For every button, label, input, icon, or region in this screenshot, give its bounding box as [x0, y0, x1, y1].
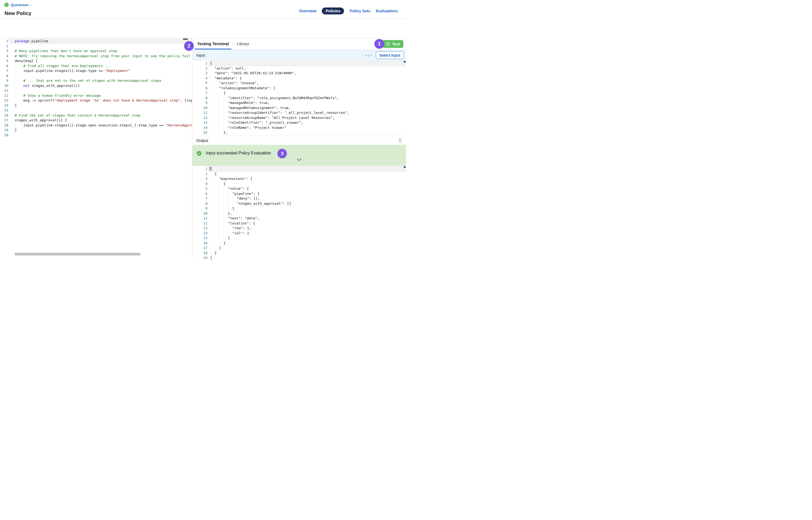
code-line[interactable]: 15}, [193, 130, 406, 135]
code-view-icon[interactable]: </> [365, 53, 372, 57]
code-line[interactable]: 19] [193, 256, 406, 260]
code-line[interactable]: 8 [0, 74, 192, 79]
code-line[interactable]: 9"managedRole": true, [193, 101, 406, 106]
code-line[interactable]: 8"identifier": "role_assignment_NsFQM43R… [193, 96, 406, 101]
breadcrumb-link-quickstart[interactable]: Quickstart [11, 3, 29, 7]
nav-item-evaluations[interactable]: Evaluations [376, 9, 398, 13]
rego-editor[interactable]: 1package pipeline23# Deny pipelines that… [0, 38, 192, 250]
tab-library[interactable]: Library [234, 38, 252, 49]
line-number: 4 [193, 76, 208, 81]
code-line[interactable]: 11"resourceGroupIdentifier": "_all_proje… [193, 110, 406, 115]
test-button[interactable]: Test [382, 40, 403, 48]
line-content [9, 88, 192, 93]
code-line[interactable]: 19} [0, 128, 192, 133]
code-line[interactable]: 15} [193, 236, 406, 241]
nav-item-policy-sets[interactable]: Policy Sets [350, 9, 370, 13]
code-line[interactable]: 4{ [193, 181, 406, 186]
line-content [9, 108, 192, 113]
code-line[interactable]: 17] [193, 245, 406, 251]
line-content: # Find all stages that are Deployments .… [9, 63, 192, 69]
code-line[interactable]: 18input.pipeline.stages[i].stage.spec.ex… [0, 123, 192, 128]
code-line[interactable]: 7"deny": [], [193, 196, 406, 201]
line-number: 13 [0, 98, 9, 103]
code-line[interactable]: 2"action": null, [193, 66, 406, 71]
code-line[interactable]: 14} [0, 103, 192, 108]
code-line[interactable]: 13msg := sprintf("deployment stage '%s' … [0, 98, 192, 103]
code-line[interactable]: 9# ... that are not in the set of stages… [0, 78, 192, 83]
nav-item-overview[interactable]: Overview [299, 9, 316, 13]
line-number: 8 [193, 96, 208, 101]
code-line[interactable]: 3"date": "2022-05-05T20:41:23.538+0000", [193, 71, 406, 76]
line-content: { [208, 90, 406, 96]
code-line[interactable]: 18} [193, 251, 406, 256]
code-line[interactable]: 5deny[msg] { [0, 58, 192, 63]
code-line[interactable]: 4"metadata": { [193, 76, 406, 81]
input-json-editor[interactable]: 1{2"action": null,3"date": "2022-05-05T2… [193, 61, 406, 136]
indent-guide [214, 231, 219, 236]
code-line[interactable]: 10}, [193, 211, 406, 216]
code-line[interactable]: 10not stages_with_approval[i] [0, 83, 192, 88]
line-content: # Show a human-friendly error message [9, 93, 192, 98]
code-line[interactable]: 16# Find the set of stages that contain … [0, 113, 192, 118]
output-section: Output Input succeeded Policy Evaluation… [193, 136, 406, 260]
code-line[interactable]: 2{ [193, 172, 406, 177]
line-content: # NOTE: Try removing the HarnessApproval… [9, 54, 192, 59]
code-line[interactable]: 1[ [193, 166, 406, 172]
code-line[interactable]: 12# Show a human-friendly error message [0, 93, 192, 98]
code-line[interactable]: 12"resourceGroupName": "All Project Leve… [193, 115, 406, 121]
code-line[interactable]: 13"row": 1, [193, 226, 406, 231]
indent-guide [224, 115, 228, 121]
indent-guide [224, 216, 228, 221]
indent-guide [224, 236, 228, 241]
indent-guide [210, 221, 214, 226]
code-line[interactable]: 7input.pipeline.stages[i].stage.type == … [0, 69, 192, 74]
code-line[interactable]: 11"text": "data", [193, 216, 406, 221]
code-line[interactable]: 3# Deny pipelines that don't have an app… [0, 49, 192, 54]
select-input-button[interactable]: Select Input [376, 51, 404, 59]
code-line[interactable]: 17stages_with_approval[i] { [0, 118, 192, 123]
line-number: 18 [0, 123, 9, 128]
code-line[interactable]: 9} [193, 206, 406, 211]
code-line[interactable]: 1{ [193, 61, 406, 66]
indent-guide [219, 101, 224, 106]
code-line[interactable]: 20 [0, 133, 192, 138]
tab-testing-terminal[interactable]: Testing Terminal [195, 38, 231, 49]
code-line[interactable]: 6"roleAssignmentMetadata": [ [193, 86, 406, 91]
indent-guide [219, 96, 224, 101]
code-line[interactable]: 10"managedRoleAssignment": true, [193, 106, 406, 111]
code-line[interactable]: 16} [193, 241, 406, 246]
code-line[interactable]: 1package pipeline [0, 39, 192, 44]
code-line[interactable]: 14"roleName": "Project Viewer" [193, 125, 406, 130]
chevron-down-icon[interactable] [297, 157, 302, 162]
indent-guide [224, 201, 228, 206]
code-line[interactable]: 13"roleIdentifier": "_project_viewer", [193, 120, 406, 125]
code-line[interactable]: 2 [0, 44, 192, 49]
code-line[interactable]: 3"expressions": [ [193, 176, 406, 181]
code-line[interactable]: 6# Find all stages that are Deployments … [0, 63, 192, 69]
indent-guide [228, 206, 232, 211]
indent-guide [224, 206, 228, 211]
code-line[interactable]: 6"pipeline": { [193, 191, 406, 197]
code-line[interactable]: 5"value": { [193, 186, 406, 191]
code-line[interactable]: 8"stages_with_approval": [] [193, 201, 406, 206]
code-line[interactable]: 5"action": "onsave", [193, 81, 406, 86]
indent-guide [214, 201, 219, 206]
code-line[interactable]: 7{ [193, 90, 406, 96]
code-line[interactable]: 15 [0, 108, 192, 113]
nav-item-policies[interactable]: Policies [322, 7, 344, 15]
indent-guide [210, 115, 214, 121]
indent-guide [228, 226, 232, 231]
code-line[interactable]: 11 [0, 88, 192, 93]
indent-guide [219, 211, 224, 216]
output-json-editor[interactable]: 1[2{3"expressions": [4{5"value": {6"pipe… [193, 166, 406, 260]
trash-icon[interactable] [398, 138, 402, 143]
code-line[interactable]: 14"col": 1 [193, 231, 406, 236]
chevron-right-icon: › [30, 3, 32, 7]
line-number: 8 [193, 201, 208, 206]
code-line[interactable]: 12"location": { [193, 221, 406, 226]
indent-guide [219, 106, 224, 111]
code-line[interactable]: 4# NOTE: Try removing the HarnessApprova… [0, 54, 192, 59]
indent-guide [219, 221, 224, 226]
horizontal-scrollbar-thumb[interactable] [15, 253, 140, 256]
line-number: 1 [193, 166, 208, 172]
